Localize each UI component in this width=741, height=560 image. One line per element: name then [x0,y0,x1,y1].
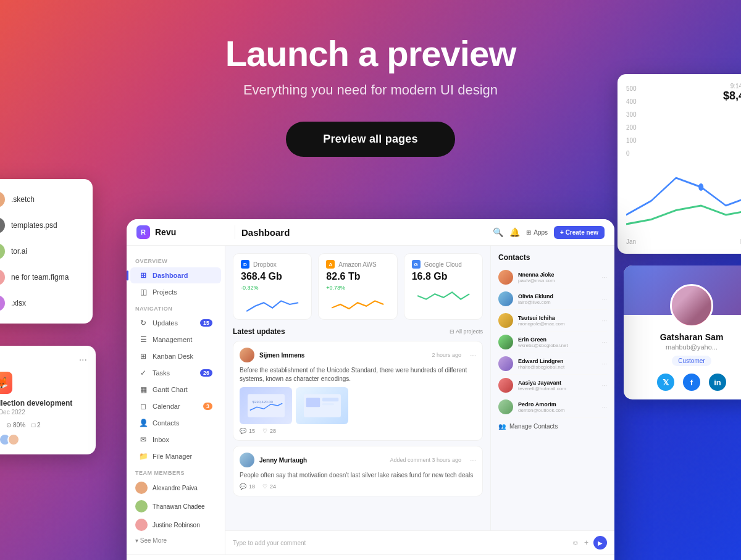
chart-x-label: Jan [626,238,636,245]
sidebar-item-label: File Manager [153,453,192,460]
file-item[interactable]: ne for team.figma [0,264,93,290]
gantt-icon: ▦ [139,385,148,394]
updates-badge: 15 [200,319,212,327]
file-item[interactable]: templates.psd [0,212,93,238]
file-list-card: .sketch templates.psd tor.ai ne for team… [0,179,93,324]
post-time: Added comment 3 hours ago [390,457,461,463]
sidebar-item-inbox[interactable]: ✉ Inbox [130,432,221,448]
sidebar-item-updates[interactable]: ↻ Updates 15 [130,315,221,331]
projects-icon: ◫ [139,288,148,296]
contact-item: Edward Lindgren rhalto@sbcglobal.net ··· [498,353,607,375]
add-icon[interactable]: + [584,538,588,547]
facebook-icon[interactable]: f [683,374,700,391]
filter-button[interactable]: ⊟ All projects [450,328,483,335]
member-name: Thanawan Chadee [153,503,205,510]
contact-menu-icon[interactable]: ··· [602,317,607,324]
updates-icon: ↻ [139,319,148,327]
contact-menu-icon[interactable]: ··· [602,339,607,346]
contact-menu-icon[interactable]: ··· [602,274,607,281]
sidebar-item-label: Gantt Chart [153,386,188,393]
see-more-link[interactable]: ▾ See More [127,534,225,547]
notification-icon[interactable]: 🔔 [509,227,520,237]
kanban-icon: ⊞ [139,352,148,361]
contact-item: Erin Green wkrebs@sbcglobal.net ··· [498,332,607,353]
linkedin-icon[interactable]: in [709,374,726,391]
svg-text:$330,420.00: $330,420.00 [252,400,273,404]
emoji-icon[interactable]: ☺ [572,538,579,547]
contact-avatar [498,356,513,371]
more-options-icon[interactable]: ··· [79,354,87,366]
image-placeholder [296,387,348,424]
file-avatar [0,191,5,207]
sidebar-item-calendar[interactable]: ◻ Calendar 3 [130,398,221,414]
stats-row: D Dropbox 368.4 Gb -0.32% A [233,253,483,320]
contact-menu-icon[interactable]: ··· [602,404,607,411]
sidebar-item-projects[interactable]: ◫ Projects [130,284,221,300]
file-avatar [0,269,5,285]
sidebar-item-management[interactable]: ☰ Management [130,332,221,348]
member-name: Alexandre Paiva [153,485,198,491]
stat-service: A Amazon AWS [326,260,389,269]
stat-card-gcloud: G Google Cloud 16.8 Gb [404,253,483,320]
post-menu-icon[interactable]: ··· [470,351,476,359]
contact-email: monopole@mac.com [518,321,597,327]
see-more-label: See More [140,537,167,544]
team-member: Thanawan Chadee [127,497,225,516]
like-count: ♡ 24 [262,483,276,490]
contact-menu-icon[interactable]: ··· [602,361,607,367]
sidebar-item-gantt[interactable]: ▦ Gantt Chart [130,382,221,398]
contact-name: Aasiya Jayavant [518,380,597,386]
social-links: 𝕏 f in [632,374,741,391]
svg-rect-5 [322,398,338,401]
comment-input[interactable]: Type to add your comment [233,537,567,550]
stat-value: 16.8 Gb [412,271,475,282]
stat-service-name: Google Cloud [424,261,462,268]
sidebar-item-tasks[interactable]: ✓ Tasks 26 [130,365,221,381]
preview-all-pages-button[interactable]: Preview all pages [286,122,454,157]
contact-info: Edward Lindgren rhalto@sbcglobal.net [518,358,597,370]
post-time: 2 hours ago [432,352,461,358]
sidebar-item-contacts[interactable]: 👤 Contacts [130,415,221,431]
stat-value: 368.4 Gb [241,271,304,282]
logo-text: Revu [155,227,176,237]
file-count: □ 2 [31,422,40,428]
contact-menu-icon[interactable]: ··· [602,382,607,389]
member-avatar [135,519,148,531]
search-icon[interactable]: 🔍 [493,227,503,237]
manage-contacts-icon: 👥 [498,423,506,430]
sidebar-item-dashboard[interactable]: ⊞ Dashboard [130,267,221,283]
contacts-title: Contacts [498,253,607,262]
create-new-button[interactable]: + Create new [554,226,605,239]
file-item[interactable]: .sketch [0,186,93,212]
overview-section-label: Overview [127,253,225,267]
send-button[interactable]: ▶ [593,536,607,550]
project-stats: ↻ 2 ⊙ 80% □ 2 [0,422,87,428]
comment-number: 15 [249,428,255,434]
hero-section: Launch a preview Everything you need for… [0,0,741,157]
file-name: ne for team.figma [11,273,69,282]
nav-section-label: Navigation [127,301,225,314]
files-icon: 📁 [139,452,148,461]
dashboard-icon: ⊞ [139,271,148,280]
sidebar-item-kanban[interactable]: ⊞ Kanban Desk [130,348,221,364]
manage-contacts-button[interactable]: 👥 Manage Contacts [498,423,607,430]
sidebar-item-label: Dashboard [153,272,188,279]
author-avatar [240,348,254,362]
file-item[interactable]: .xlsx [0,290,93,316]
comment-count: 💬 18 [240,483,255,490]
author-name: Sijmen Immens [259,352,304,359]
post-menu-icon[interactable]: ··· [470,456,476,464]
contact-menu-icon[interactable]: ··· [602,296,607,303]
project-card: ··· 🦊 collection development 03 Dec 2022… [0,346,96,454]
section-title: Latest updates [233,327,450,336]
member-avatar [135,482,148,494]
stat-change: +0.73% [326,285,389,291]
file-item[interactable]: tor.ai [0,238,93,264]
twitter-icon[interactable]: 𝕏 [657,374,674,391]
member-name: Justine Robinson [153,522,200,529]
sidebar-item-files[interactable]: 📁 File Manager [130,448,221,464]
apps-button[interactable]: ⊞ Apps [526,229,548,236]
comment-icon: 💬 [240,483,246,490]
sidebar-item-label: Kanban Desk [153,353,193,360]
like-count: ♡ 28 [262,428,276,434]
